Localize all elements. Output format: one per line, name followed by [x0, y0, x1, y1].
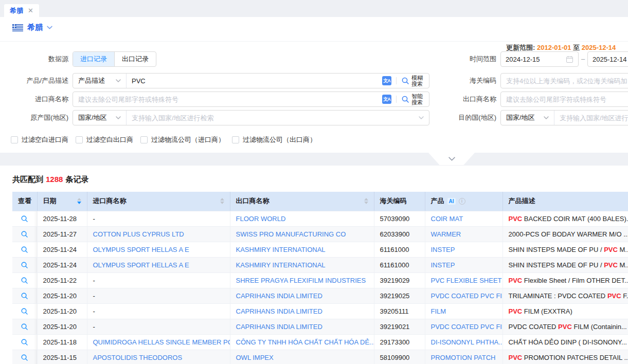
importer-link[interactable]: APOSTOLIDIS THEODOROS: [93, 354, 183, 361]
date-to-input[interactable]: 2025-12-14: [587, 51, 628, 67]
hs-code-cell: 39219029: [374, 272, 425, 288]
product-cell: PVDC COATED PVC FIL...: [425, 319, 503, 334]
filter-checkbox-2[interactable]: 过滤物流公司（进口商）: [140, 135, 225, 144]
checkbox-icon[interactable]: [76, 136, 83, 143]
col-importer[interactable]: 进口商名称: [87, 192, 230, 211]
data-source-segmented: 进口记录 出口记录: [73, 51, 156, 67]
desc-segment: M...: [618, 261, 628, 269]
checkbox-icon[interactable]: [232, 136, 239, 143]
exporter-link[interactable]: CAPRIHANS INDIA LIMITED: [236, 307, 322, 315]
product-link[interactable]: INSTEP: [431, 261, 455, 269]
product-cell: INSTEP: [425, 257, 503, 272]
product-cell: PROMOTION PATCH: [425, 350, 503, 364]
filter-checkbox-row: 过滤空白进口商过滤空白出口商过滤物流公司（进口商）过滤物流公司（出口商）: [11, 135, 316, 144]
hs-code-cell: 39205111: [374, 303, 425, 319]
product-link[interactable]: PVDC COATED PVC FIL...: [431, 292, 503, 300]
chevron-down-icon[interactable]: [419, 116, 424, 119]
col-hs-code: 海关编码: [374, 192, 425, 211]
exporter-link[interactable]: SHREE PRAGYA FLEXIFILM INDUSTRIES: [236, 277, 366, 284]
row-date: 2025-11-20: [43, 307, 77, 315]
row-date: 2025-11-24: [43, 246, 77, 253]
sort-importer-icon[interactable]: [220, 198, 224, 204]
view-cell: [12, 319, 37, 334]
product-link[interactable]: DI-ISONONYL PHTHA...: [431, 338, 503, 346]
view-record-button[interactable]: [21, 230, 28, 238]
view-record-button[interactable]: [21, 215, 28, 223]
product-link[interactable]: PVC FLEXIBLE SHEET F...: [431, 277, 503, 284]
chevron-down-icon[interactable]: [47, 26, 52, 29]
tab-greece[interactable]: 希腊 ✕: [4, 4, 39, 17]
importer-input[interactable]: [73, 92, 382, 106]
checkbox-icon[interactable]: [140, 136, 148, 143]
translate-icon[interactable]: 文A: [382, 95, 391, 104]
origin-country-input[interactable]: [127, 111, 419, 125]
product-link[interactable]: PVDC COATED PVC FIL...: [431, 323, 503, 331]
filter-checkbox-1[interactable]: 过滤空白出口商: [76, 135, 133, 144]
exporter-link[interactable]: KASHMIRY INTERNATIONAL: [236, 261, 326, 269]
dest-country-input[interactable]: [554, 111, 628, 125]
view-record-button[interactable]: [21, 277, 28, 284]
exporter-link[interactable]: OWL IMPEX: [236, 354, 274, 361]
exporter-link[interactable]: CAPRIHANS INDIA LIMITED: [236, 292, 322, 300]
hs-code-input[interactable]: [500, 73, 628, 88]
importer-link[interactable]: OLYMPUS SPORT HELLAS A E: [93, 261, 189, 269]
exporter-link[interactable]: CAPRIHANS INDIA LIMITED: [236, 323, 322, 331]
exporter-link[interactable]: CÔNG TY TNHH HÓA CHẤT CHẤT HÓA DẺ...: [236, 338, 374, 346]
importer-link[interactable]: OLYMPUS SPORT HELLAS A E: [93, 246, 189, 253]
exporter-link[interactable]: KASHMIRY INTERNATIONAL: [236, 246, 326, 253]
exporter-link[interactable]: SWISS PRO MANUFACTURING CO: [236, 230, 346, 238]
desc-segment: TRILAMINATE : PVDC COATED: [509, 292, 607, 300]
divider: [396, 77, 397, 84]
sort-date-icon[interactable]: [77, 198, 81, 204]
importer-link: -: [93, 292, 95, 300]
checkbox-label: 过滤物流公司（进口商）: [151, 135, 225, 144]
sort-exporter-icon[interactable]: [364, 198, 368, 204]
header-divider: [0, 41, 628, 42]
dest-country-select[interactable]: 国家/地区: [501, 111, 554, 125]
desc-segment: M...: [618, 246, 628, 253]
date-from-input[interactable]: 2024-12-15: [500, 51, 579, 67]
view-record-button[interactable]: [21, 354, 28, 361]
product-cell: PVDC COATED PVC FIL...: [425, 288, 503, 303]
col-exporter[interactable]: 出口商名称: [230, 192, 374, 211]
view-record-button[interactable]: [21, 307, 28, 315]
product-cell: FILM: [425, 303, 503, 319]
close-icon[interactable]: ✕: [28, 7, 33, 14]
exporter-input[interactable]: [500, 92, 628, 107]
smart-search-button[interactable]: 智能搜索: [401, 93, 424, 105]
date-cell: 2025-11-18: [37, 334, 87, 350]
filter-checkbox-3[interactable]: 过滤物流公司（出口商）: [232, 135, 316, 144]
fuzzy-search-button[interactable]: 模糊搜索: [401, 75, 424, 87]
export-records-button[interactable]: 出口记录: [114, 52, 156, 66]
view-record-button[interactable]: [21, 246, 28, 253]
view-record-button[interactable]: [21, 323, 28, 331]
import-records-button[interactable]: 进口记录: [73, 52, 114, 66]
col-importer-label: 进口商名称: [93, 196, 127, 206]
view-record-button[interactable]: [21, 338, 28, 346]
info-icon[interactable]: i: [459, 198, 465, 205]
translate-icon[interactable]: 文A: [382, 76, 391, 85]
product-input[interactable]: [127, 74, 382, 88]
view-cell: [12, 211, 37, 226]
table-row: 2025-11-22-SHREE PRAGYA FLEXIFILM INDUST…: [12, 272, 628, 288]
importer-link[interactable]: QUIMIDROGA HELLAS SINGLE MEMBER PC: [93, 338, 230, 346]
view-record-button[interactable]: [21, 261, 28, 269]
origin-country-select[interactable]: 国家/地区: [73, 111, 127, 125]
date-from-value: 2024-12-15: [506, 56, 540, 63]
col-date[interactable]: 日期: [37, 192, 87, 211]
product-link[interactable]: COIR MAT: [431, 215, 463, 223]
collapse-panel-button[interactable]: [428, 153, 475, 165]
hs-code-cell: 61161000: [374, 242, 425, 257]
checkbox-icon[interactable]: [11, 136, 18, 143]
exporter-link[interactable]: FLOOR WORLD: [236, 215, 286, 223]
row-hs-code: 58109900: [380, 354, 410, 361]
product-link[interactable]: FILM: [431, 307, 446, 315]
product-link[interactable]: INSTEP: [431, 246, 455, 253]
view-record-button[interactable]: [21, 292, 28, 300]
importer-link[interactable]: COTTON PLUS CYPRUS LTD: [93, 230, 184, 238]
filter-checkbox-0[interactable]: 过滤空白进口商: [11, 135, 68, 144]
product-link[interactable]: WARMER: [431, 230, 461, 238]
product-type-select[interactable]: 产品描述: [73, 74, 127, 88]
table-header-row: 查看 日期 进口商名称 出口商名称: [12, 192, 628, 211]
product-link[interactable]: PROMOTION PATCH: [431, 354, 496, 361]
